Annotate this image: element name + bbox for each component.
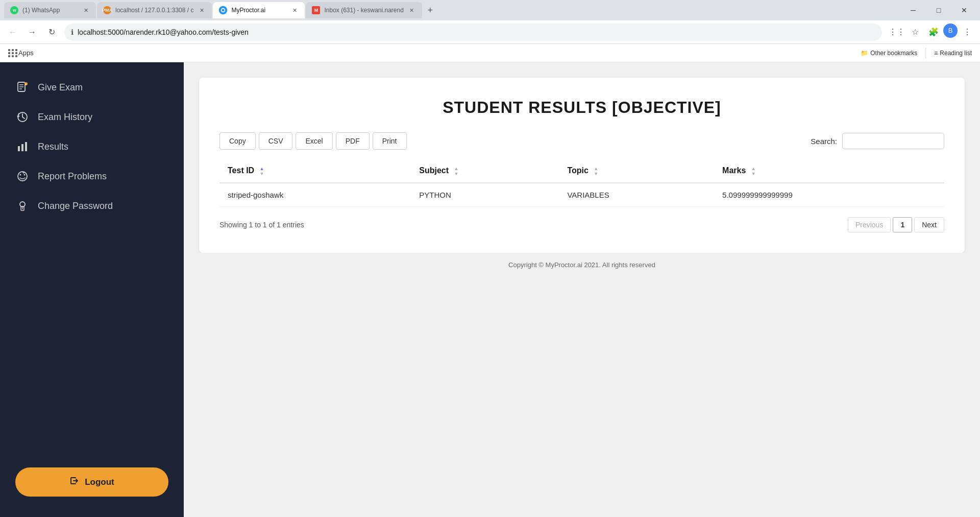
address-bar[interactable] — [78, 28, 875, 36]
tab-myproctor[interactable]: MyProctor.ai ✕ — [213, 2, 305, 18]
menu-button[interactable]: ⋮ — [959, 24, 976, 41]
svg-point-16 — [20, 174, 21, 176]
sidebar-item-exam-history[interactable]: Exam History — [0, 102, 184, 132]
sidebar-item-change-password[interactable]: Change Password — [0, 191, 184, 221]
search-label: Search: — [811, 137, 837, 146]
pdf-button[interactable]: PDF — [336, 132, 370, 150]
reading-list-label: Reading list — [940, 50, 972, 57]
main-content: STUDENT RESULTS [OBJECTIVE] Copy CSV Exc… — [184, 62, 980, 517]
sidebar-item-report-problems[interactable]: Report Problems — [0, 161, 184, 191]
print-button[interactable]: Print — [373, 132, 407, 150]
cell-marks: 5.099999999999999 — [714, 183, 944, 207]
nav-bar: ← → ↻ ℹ ⋮⋮ ☆ 🧩 B ⋮ — [0, 20, 980, 44]
svg-text:W: W — [13, 9, 16, 12]
tab-favicon-localhost: PMA — [103, 6, 111, 14]
cell-test-id: striped-goshawk — [219, 183, 411, 207]
svg-line-19 — [23, 172, 24, 173]
minimize-button[interactable]: ─ — [901, 0, 925, 20]
sort-up-icon-subject: ▲ — [454, 166, 459, 171]
table-body: striped-goshawk PYTHON VARIABLES 5.09999… — [219, 183, 944, 207]
apps-button[interactable]: Apps — [4, 47, 38, 59]
other-bookmarks-button[interactable]: 📁 Other bookmarks — [856, 48, 921, 58]
col-header-marks[interactable]: Marks ▲ ▼ — [714, 160, 944, 183]
tab-title-gmail: Inbox (631) - keswani.narend — [324, 7, 403, 14]
reload-button[interactable]: ↻ — [43, 24, 60, 41]
sort-down-icon-subject: ▼ — [454, 171, 459, 176]
logout-icon — [69, 476, 80, 488]
svg-rect-12 — [18, 146, 20, 151]
table-header-row: Test ID ▲ ▼ Subject ▲ ▼ — [219, 160, 944, 183]
sort-up-icon-marks: ▲ — [751, 166, 756, 171]
table-toolbar: Copy CSV Excel PDF Print Search: — [219, 132, 944, 150]
svg-rect-13 — [21, 144, 23, 151]
logout-button[interactable]: Logout — [15, 467, 168, 497]
csv-button[interactable]: CSV — [259, 132, 293, 150]
tab-gmail[interactable]: M Inbox (631) - keswani.narend ✕ — [306, 2, 422, 18]
sidebar-label-change-password: Change Password — [38, 201, 113, 212]
sidebar-spacer — [0, 221, 184, 457]
page-title: STUDENT RESULTS [OBJECTIVE] — [219, 98, 944, 117]
table-head: Test ID ▲ ▼ Subject ▲ ▼ — [219, 160, 944, 183]
logout-label: Logout — [85, 477, 114, 487]
svg-point-4 — [222, 9, 225, 12]
content-card: STUDENT RESULTS [OBJECTIVE] Copy CSV Exc… — [199, 78, 965, 253]
profile-button[interactable]: B — [943, 24, 958, 38]
new-tab-button[interactable]: + — [423, 3, 437, 17]
window-controls: ─ □ ✕ — [901, 0, 976, 20]
bookmark-button[interactable]: ☆ — [906, 24, 924, 41]
reading-list-button[interactable]: ≡ Reading list — [930, 48, 976, 58]
app-layout: + Give Exam Exam History — [0, 62, 980, 517]
entries-info: Showing 1 to 1 of 1 entries — [219, 221, 304, 229]
browser-chrome: W (1) WhatsApp ✕ PMA localhost / 127.0.0… — [0, 0, 980, 62]
footer-text: Copyright © MyProctor.ai 2021. All right… — [508, 261, 655, 269]
apps-label: Apps — [18, 49, 34, 57]
back-button[interactable]: ← — [4, 24, 21, 41]
svg-rect-14 — [25, 142, 27, 151]
forward-button[interactable]: → — [23, 24, 41, 41]
svg-point-15 — [18, 172, 27, 181]
col-label-subject: Subject — [419, 166, 449, 175]
maximize-button[interactable]: □ — [927, 0, 950, 20]
tab-favicon-myproctor — [219, 6, 227, 14]
tab-close-whatsapp[interactable]: ✕ — [82, 6, 90, 14]
sidebar-label-report-problems: Report Problems — [38, 171, 107, 182]
sort-icon-subject: ▲ ▼ — [454, 166, 459, 176]
tab-close-gmail[interactable]: ✕ — [408, 6, 416, 14]
report-problems-icon — [15, 171, 30, 182]
col-header-subject[interactable]: Subject ▲ ▼ — [411, 160, 559, 183]
exam-history-icon — [15, 111, 30, 123]
tab-title-localhost: localhost / 127.0.0.1:3308 / c — [115, 7, 193, 14]
search-input[interactable] — [842, 133, 944, 149]
col-label-test-id: Test ID — [228, 166, 254, 175]
next-button[interactable]: Next — [914, 217, 944, 232]
tab-localhost[interactable]: PMA localhost / 127.0.0.1:3308 / c ✕ — [97, 2, 212, 18]
page-1-button[interactable]: 1 — [893, 217, 912, 232]
other-bookmarks-label: Other bookmarks — [870, 50, 917, 57]
excel-button[interactable]: Excel — [296, 132, 332, 150]
col-header-topic[interactable]: Topic ▲ ▼ — [559, 160, 714, 183]
sort-icon-test-id: ▲ ▼ — [260, 166, 264, 176]
footer: Copyright © MyProctor.ai 2021. All right… — [199, 253, 965, 277]
tab-whatsapp[interactable]: W (1) WhatsApp ✕ — [4, 2, 96, 18]
results-icon — [15, 141, 30, 152]
sidebar-item-give-exam[interactable]: + Give Exam — [0, 73, 184, 102]
bookmarks-separator — [925, 48, 926, 58]
previous-button[interactable]: Previous — [848, 217, 891, 232]
sidebar-label-give-exam: Give Exam — [38, 82, 83, 93]
sidebar-label-exam-history: Exam History — [38, 112, 92, 123]
tab-close-localhost[interactable]: ✕ — [198, 6, 206, 14]
grid-view-button[interactable]: ⋮⋮ — [888, 24, 905, 41]
pagination-row: Showing 1 to 1 of 1 entries Previous 1 N… — [219, 217, 944, 232]
address-bar-container: ℹ — [64, 24, 882, 41]
tab-favicon-whatsapp: W — [10, 6, 18, 14]
copy-button[interactable]: Copy — [219, 132, 256, 150]
extensions-button[interactable]: 🧩 — [925, 24, 942, 41]
change-password-icon — [15, 200, 30, 212]
tab-title-whatsapp: (1) WhatsApp — [22, 7, 78, 14]
close-button[interactable]: ✕ — [952, 0, 976, 20]
sort-down-icon-topic: ▼ — [594, 171, 598, 176]
sidebar-item-results[interactable]: Results — [0, 132, 184, 161]
tab-close-myproctor[interactable]: ✕ — [290, 6, 299, 14]
col-label-marks: Marks — [722, 166, 746, 175]
col-header-test-id[interactable]: Test ID ▲ ▼ — [219, 160, 411, 183]
